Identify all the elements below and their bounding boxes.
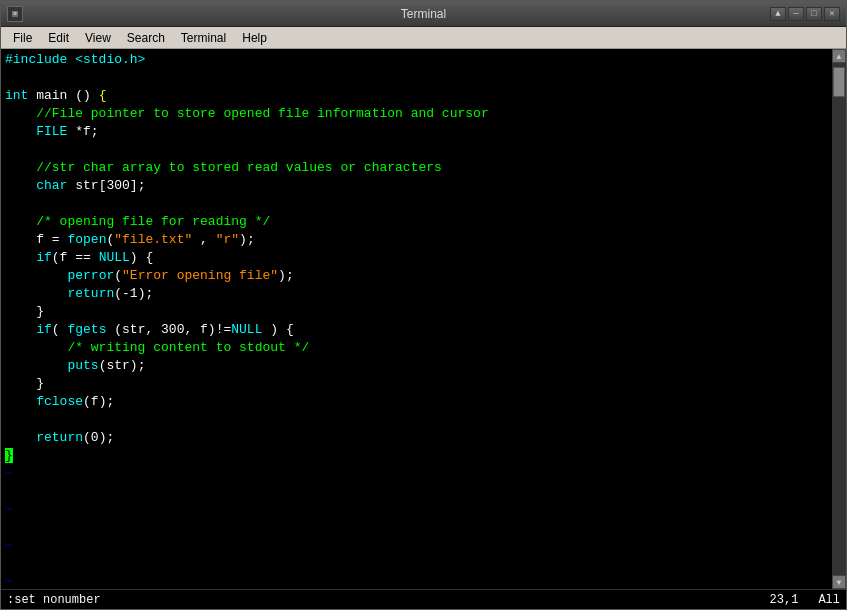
tilde-line-7: ~	[5, 573, 828, 589]
code-line-7: //str char array to stored read values o…	[5, 159, 828, 177]
code-line-1: #include <stdio.h>	[5, 51, 828, 69]
code-line-16: if( fgets (str, 300, f)!=NULL ) {	[5, 321, 828, 339]
tilde-line-1: ~	[5, 465, 828, 483]
scrollbar-up-button[interactable]: ▲	[832, 49, 846, 63]
maximize-button[interactable]: □	[806, 7, 822, 21]
code-line-21	[5, 411, 828, 429]
terminal-window: ▣ Terminal ▲ ─ □ ✕ File Edit View Search…	[0, 0, 847, 610]
scroll-up-btn[interactable]: ▲	[770, 7, 786, 21]
code-area[interactable]: #include <stdio.h> int main () { //File …	[1, 49, 832, 589]
cursor-position: 23,1	[770, 593, 799, 607]
menu-help[interactable]: Help	[234, 29, 275, 47]
code-line-19: }	[5, 375, 828, 393]
menu-file[interactable]: File	[5, 29, 40, 47]
code-line-4: //File pointer to store opened file info…	[5, 105, 828, 123]
code-line-2	[5, 69, 828, 87]
code-line-18: puts(str);	[5, 357, 828, 375]
tilde-line-2	[5, 483, 828, 501]
code-line-6	[5, 141, 828, 159]
code-line-10: /* opening file for reading */	[5, 213, 828, 231]
code-line-12: if(f == NULL) {	[5, 249, 828, 267]
terminal-body[interactable]: #include <stdio.h> int main () { //File …	[1, 49, 846, 589]
code-line-5: FILE *f;	[5, 123, 828, 141]
code-line-11: f = fopen("file.txt" , "r");	[5, 231, 828, 249]
code-line-22: return(0);	[5, 429, 828, 447]
window-controls: ▲ ─ □ ✕	[770, 7, 840, 21]
terminal-icon: ▣	[7, 6, 23, 22]
minimize-button[interactable]: ─	[788, 7, 804, 21]
code-line-9	[5, 195, 828, 213]
code-line-14: return(-1);	[5, 285, 828, 303]
close-button[interactable]: ✕	[824, 7, 840, 21]
tilde-line-6	[5, 555, 828, 573]
status-bar: :set nonumber 23,1 All	[1, 589, 846, 609]
code-line-8: char str[300];	[5, 177, 828, 195]
scrollbar-down-button[interactable]: ▼	[832, 575, 846, 589]
code-line-3: int main () {	[5, 87, 828, 105]
scroll-mode: All	[818, 593, 840, 607]
code-line-17: /* writing content to stdout */	[5, 339, 828, 357]
menu-search[interactable]: Search	[119, 29, 173, 47]
title-bar-left: ▣	[7, 6, 23, 22]
scrollbar-thumb[interactable]	[833, 67, 845, 97]
menu-view[interactable]: View	[77, 29, 119, 47]
menu-bar: File Edit View Search Terminal Help	[1, 27, 846, 49]
code-line-13: perror("Error opening file");	[5, 267, 828, 285]
menu-edit[interactable]: Edit	[40, 29, 77, 47]
scrollbar-track[interactable]	[832, 63, 846, 575]
title-bar: ▣ Terminal ▲ ─ □ ✕	[1, 1, 846, 27]
menu-terminal[interactable]: Terminal	[173, 29, 234, 47]
scrollbar[interactable]: ▲ ▼	[832, 49, 846, 589]
tilde-line-4	[5, 519, 828, 537]
status-command: :set nonumber	[7, 593, 101, 607]
tilde-line-5: ~	[5, 537, 828, 555]
code-line-20: fclose(f);	[5, 393, 828, 411]
tilde-line-3: ~	[5, 501, 828, 519]
code-line-23: }	[5, 447, 828, 465]
window-title: Terminal	[401, 7, 446, 21]
status-right: 23,1 All	[770, 593, 840, 607]
code-line-15: }	[5, 303, 828, 321]
